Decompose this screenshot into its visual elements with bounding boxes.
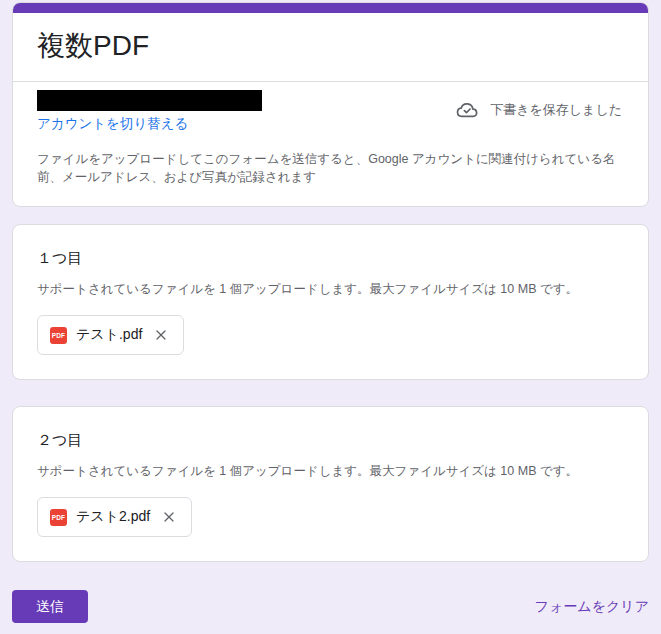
draft-saved-label: 下書きを保存しました [490,101,622,119]
account-record-notice: ファイルをアップロードしてこのフォームを送信すると、Google アカウントに関… [37,150,624,186]
cloud-done-icon [455,98,479,122]
pdf-file-icon: PDF [50,509,67,526]
uploaded-file-chip: PDF テスト.pdf [37,315,184,355]
remove-file-button[interactable] [151,325,171,345]
close-icon [153,327,169,343]
close-icon [161,509,177,525]
redacted-account-email [37,90,262,111]
uploaded-file-name: テスト2.pdf [76,508,150,526]
form-title: 複数PDF [37,29,624,63]
title-section: 複数PDF [13,13,648,81]
uploaded-file-chip: PDF テスト2.pdf [37,497,192,537]
pdf-file-icon: PDF [50,327,67,344]
question-description: サポートされているファイルを 1 個アップロードします。最大ファイルサイズは 1… [37,464,624,479]
switch-account-link[interactable]: アカウントを切り替える [37,115,188,132]
question-title: １つ目 [37,249,624,266]
submit-button[interactable]: 送信 [12,590,88,623]
form-header-card: 複数PDF アカウントを切り替える 下書きを保存しました [12,2,649,207]
uploaded-file-name: テスト.pdf [76,326,142,344]
theme-color-bar [13,3,648,13]
form-footer: 送信 フォームをクリア [12,590,649,623]
form-page: 複数PDF アカウントを切り替える 下書きを保存しました [0,0,661,634]
remove-file-button[interactable] [159,507,179,527]
account-section: アカウントを切り替える 下書きを保存しました ファイルをアップロードしてこのフォ… [13,82,648,206]
draft-saved-status: 下書きを保存しました [455,98,624,122]
clear-form-link[interactable]: フォームをクリア [535,598,649,616]
account-info: アカウントを切り替える [37,88,262,132]
question-card-1: １つ目 サポートされているファイルを 1 個アップロードします。最大ファイルサイ… [12,224,649,380]
question-title: ２つ目 [37,431,624,448]
question-card-2: ２つ目 サポートされているファイルを 1 個アップロードします。最大ファイルサイ… [12,406,649,562]
question-description: サポートされているファイルを 1 個アップロードします。最大ファイルサイズは 1… [37,282,624,297]
